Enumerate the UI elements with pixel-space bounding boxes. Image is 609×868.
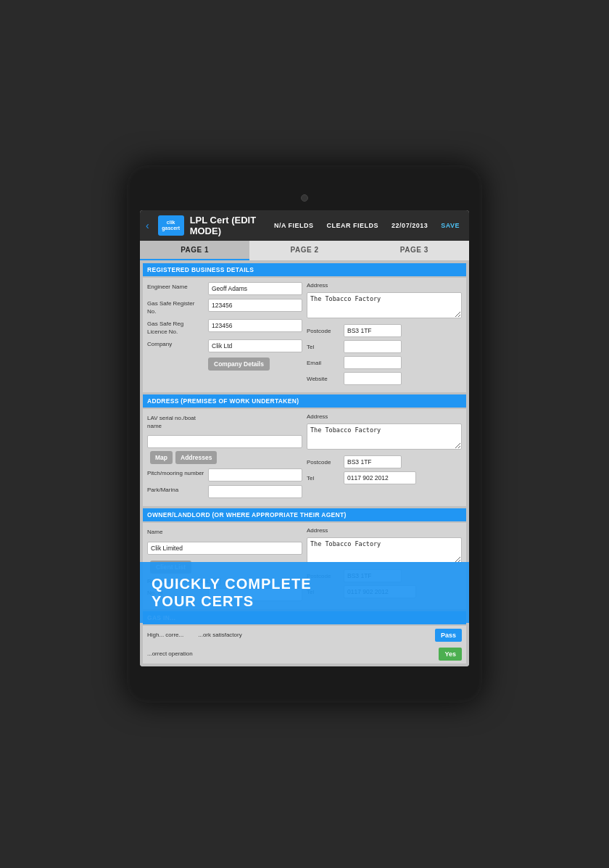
addresses-button[interactable]: Addresses [175,451,217,464]
map-button[interactable]: Map [150,451,173,464]
gas-row-1: High... corre... ...ork satisfactory Pas… [143,626,466,645]
page-content: REGISTERED BUSINESS DETAILS Engineer Nam… [140,260,469,666]
lav-label: LAV serial no./boat name [147,413,205,430]
company-details-button[interactable]: Company Details [208,357,270,371]
owner-name-label: Name [147,527,205,536]
na-fields-button[interactable]: N/A FIELDS [270,220,318,231]
addr2-tel-row: Tel [307,471,462,484]
registered-right: Address The Tobacco Factory Postcode Tel [307,282,462,388]
tel-row: Tel [307,340,462,353]
lav-input[interactable] [147,435,302,448]
gas-row2-text: ...orrect operation [147,650,439,657]
promo-line1: QUICKLY COMPLETE [152,575,457,592]
address-section-header: ADDRESS (PREMISES OF WORK UNDERTAKEN) [143,394,466,408]
gas-row-2: ...orrect operation Yes [143,645,466,664]
park-label: Park/Marina [147,485,205,494]
addr2-tel-label: Tel [307,475,341,481]
gas-row1-text: High... corre... ...ork satisfactory [147,632,435,638]
postcode-row: Postcode [307,324,462,337]
addr2-postcode-label: Postcode [307,459,341,466]
company-input[interactable] [208,339,302,352]
registered-left: Engineer Name Gas Safe Register No. Gas … [147,282,302,388]
address-label-row: Address [307,282,462,289]
app-logo: clik gascert [158,215,184,236]
registered-two-col: Engineer Name Gas Safe Register No. Gas … [147,282,462,388]
engineer-label: Engineer Name [147,282,205,291]
clear-fields-button[interactable]: CLEAR FIELDS [323,220,383,231]
addr2-postcode-input[interactable] [344,455,402,468]
tab-bar: PAGE 1 PAGE 2 PAGE 3 [140,241,469,260]
park-row: Park/Marina [147,485,302,498]
engineer-input[interactable] [208,282,302,295]
app-title: LPL Cert (EDIT MODE) [190,215,265,236]
gas-safe-lic-row: Gas Safe Reg Licence No. [147,319,302,336]
date-display: 22/07/2013 [388,220,431,231]
company-row: Company [147,339,302,352]
gas-safe-lic-input[interactable] [208,319,302,332]
gas-safe-reg-row: Gas Safe Register No. [147,299,302,315]
promo-overlay: QUICKLY COMPLETE YOUR CERTS [140,562,469,623]
lav-row: LAV serial no./boat name [147,413,302,430]
tel-label: Tel [307,344,341,350]
owner-section-header: OWNER/LANDLORD (OR WHERE APPROPRIATE THE… [143,508,466,521]
addr2-tel-input[interactable] [344,471,416,484]
addr2-textarea[interactable]: The Tobacco Factory [307,423,462,450]
registered-section-header: REGISTERED BUSINESS DETAILS [143,263,466,276]
address-two-col: LAV serial no./boat name Map Addresses P… [147,413,462,502]
website-input[interactable] [344,372,402,385]
address-textarea[interactable]: The Tobacco Factory [307,292,462,318]
engineer-row: Engineer Name [147,282,302,295]
tab-page1[interactable]: PAGE 1 [140,241,249,260]
owner-addr-textarea[interactable]: The Tobacco Factory [307,537,462,563]
website-row: Website [307,372,462,385]
address-label: Address [307,282,328,289]
gas-safe-reg-label: Gas Safe Register No. [147,299,205,315]
address-section-body: LAV serial no./boat name Map Addresses P… [143,409,466,506]
registered-section-body: Engineer Name Gas Safe Register No. Gas … [143,278,466,392]
website-label: Website [307,376,341,382]
company-label: Company [147,339,205,348]
pitch-row: Pitch/mooring number [147,468,302,481]
pitch-input[interactable] [208,468,302,481]
owner-name-row: Name [147,527,302,536]
address-left: LAV serial no./boat name Map Addresses P… [147,413,302,502]
park-input[interactable] [208,485,302,498]
email-input[interactable] [344,356,402,369]
addr2-label-row: Address [307,413,462,420]
email-row: Email [307,356,462,369]
save-button[interactable]: SAVE [437,220,463,231]
addr2-label: Address [307,413,328,420]
back-arrow[interactable]: ‹ [146,220,149,231]
email-label: Email [307,360,341,366]
owner-addr-label-row: Address [307,527,462,534]
postcode-label: Postcode [307,328,341,334]
address-right: Address The Tobacco Factory Postcode Tel [307,413,462,502]
promo-line2: YOUR CERTS [152,592,457,610]
yes-button[interactable]: Yes [439,648,462,661]
addr2-postcode-row: Postcode [307,455,462,468]
pitch-label: Pitch/mooring number [147,468,205,477]
camera [301,194,308,202]
owner-addr-label: Address [307,527,328,534]
pass-button[interactable]: Pass [435,629,462,642]
tablet-device: ‹ clik gascert LPL Cert (EDIT MODE) N/A … [127,165,482,702]
postcode-input[interactable] [344,324,402,337]
tel-input[interactable] [344,340,402,353]
tab-page2[interactable]: PAGE 2 [249,241,359,260]
tab-page3[interactable]: PAGE 3 [360,241,469,260]
owner-name-input[interactable] [147,542,302,555]
app-header: ‹ clik gascert LPL Cert (EDIT MODE) N/A … [140,210,469,241]
gas-safe-reg-input[interactable] [208,299,302,312]
tablet-screen: ‹ clik gascert LPL Cert (EDIT MODE) N/A … [140,210,469,666]
gas-safe-lic-label: Gas Safe Reg Licence No. [147,319,205,336]
